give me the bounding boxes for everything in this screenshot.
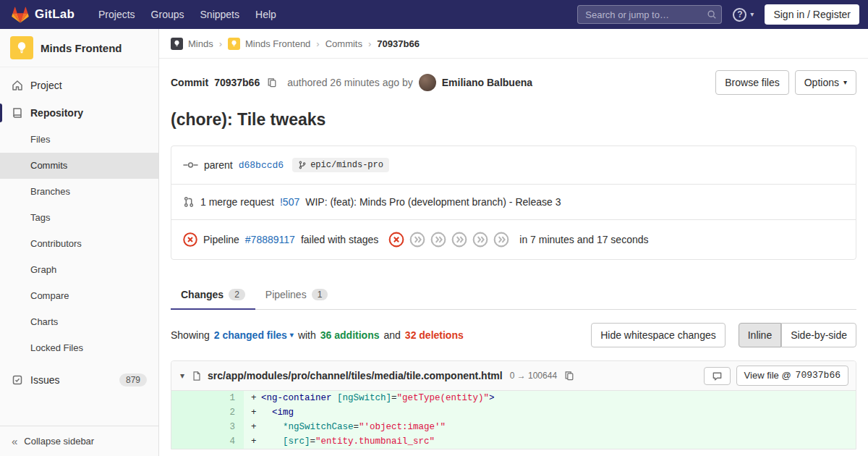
tanuki-icon [12,7,29,23]
mr-count-text: 1 merge request [200,196,274,208]
pipeline-stage-failed-icon[interactable] [388,232,404,248]
search-box[interactable] [577,5,722,24]
sidebar-item-contributors[interactable]: Contributors [0,231,158,257]
diff-old-line-number[interactable] [171,391,208,405]
diff-new-line-number[interactable]: 3 [208,420,244,434]
commit-parent-row: parent d68bccd6 epic/minds-pro [171,146,856,185]
search-input[interactable] [577,5,722,24]
sidebar-item-project[interactable]: Project [0,72,158,99]
diff-sign: + [251,391,261,405]
nav-item-snippets[interactable]: Snippets [192,4,247,25]
view-file-sha: 70937b66 [796,369,841,382]
pipeline-row: Pipeline #78889117 failed with stages [171,220,856,259]
project-context-header[interactable]: Minds Frontend [0,29,158,67]
sidebar-item-label: Repository [30,107,83,119]
code-segment: "entity.thumbnail_src" [315,436,435,447]
view-file-button[interactable]: View file @ 70937b66 [736,366,848,386]
diff-line: 4 + [src]="entity.thumbnail_src" [171,434,856,449]
hide-whitespace-button[interactable]: Hide whitespace changes [591,323,726,347]
code-segment: "getType(entity)" [397,393,490,403]
diff-old-line-number[interactable] [171,405,208,420]
nav-item-projects[interactable]: Projects [90,4,143,25]
sidebar-item-tags[interactable]: Tags [0,205,158,231]
sidebar-item-locked-files[interactable]: Locked Files [0,335,158,361]
parent-sha-link[interactable]: d68bccd6 [239,160,284,171]
diff-table: 1 +<ng-container [ngSwitch]="getType(ent… [171,391,856,449]
question-icon: ? [733,8,746,22]
diff-line: 2 + <img [171,405,856,420]
pipeline-id-link[interactable]: #78889117 [245,234,295,245]
search-icon[interactable] [707,9,717,20]
breadcrumb-separator: › [367,38,372,49]
pipeline-stage-skipped-icon[interactable] [430,232,446,248]
options-dropdown-button[interactable]: Options ▾ [795,70,856,95]
file-diff: ▾ src/app/modules/pro/channel/tiles/medi… [171,360,856,449]
pipeline-stage-skipped-icon[interactable] [409,232,425,248]
pipeline-stage-skipped-icon[interactable] [472,232,488,248]
merge-request-icon [183,196,195,208]
changed-files-dropdown[interactable]: 2 changed files ▾ [214,329,294,341]
sidebar-item-graph[interactable]: Graph [0,257,158,283]
home-icon [12,80,23,91]
project-avatar [10,36,33,59]
sidebar-item-issues[interactable]: Issues 879 [0,366,158,394]
sidebar-item-commits[interactable]: Commits [0,153,158,179]
pipeline-stage-skipped-icon[interactable] [493,232,509,248]
file-icon [192,371,202,381]
file-path-link[interactable]: src/app/modules/pro/channel/tiles/media/… [208,370,503,381]
sidebar-item-repository[interactable]: Repository [0,99,158,127]
pipeline-label: Pipeline [203,234,239,245]
commit-tabs: Changes 2 Pipelines 1 [171,280,856,310]
collapse-sidebar-button[interactable]: « Collapse sidebar [0,426,158,456]
tab-pipelines[interactable]: Pipelines 1 [255,280,339,309]
diff-old-line-number[interactable] [171,420,208,434]
diff-new-line-number[interactable]: 2 [208,405,244,420]
changed-files-label: 2 changed files [214,329,287,341]
view-file-label: View file @ [744,369,791,382]
nav-item-groups[interactable]: Groups [143,4,192,25]
sidebar-item-files[interactable]: Files [0,127,158,153]
ref-badge[interactable]: epic/minds-pro [292,158,389,172]
pipeline-failed-status-icon[interactable] [183,232,197,247]
breadcrumb-project-link[interactable]: Minds Frontend [245,38,310,49]
sidebar-item-charts[interactable]: Charts [0,309,158,335]
diff-sign: + [251,420,261,434]
inline-view-button[interactable]: Inline [739,323,781,347]
code-segment: "'object:image'" [359,422,446,432]
commit-label: Commit [171,77,208,88]
author-name[interactable]: Emiliano Balbuena [442,77,532,88]
pipeline-mini-graph [388,232,509,248]
branch-icon [298,161,307,169]
diff-sign: + [251,434,261,449]
diff-code-cell: +<ng-container [ngSwitch]="getType(entit… [244,391,856,405]
diff-new-line-number[interactable]: 1 [208,391,244,405]
gitlab-logo[interactable]: GitLab [12,7,75,23]
parent-label: parent [204,159,233,171]
diff-new-line-number[interactable]: 4 [208,434,244,449]
breadcrumb-group-link[interactable]: Minds [188,38,213,49]
mr-id-link[interactable]: !507 [280,196,299,208]
author-avatar[interactable] [419,74,436,91]
chevron-down-icon: ▾ [843,79,847,86]
code-segment [332,393,338,403]
sidebar-item-branches[interactable]: Branches [0,179,158,205]
side-by-side-view-button[interactable]: Side-by-side [781,323,856,347]
tab-changes[interactable]: Changes 2 [171,280,255,309]
diff-old-line-number[interactable] [171,434,208,449]
sidebar-item-compare[interactable]: Compare [0,283,158,309]
code-segment: <img [272,408,294,418]
copy-commit-sha-button[interactable] [265,76,278,89]
help-dropdown[interactable]: ? ▾ [733,8,754,22]
breadcrumb-commits-link[interactable]: Commits [326,38,362,49]
mr-title: WIP: (feat): Minds Pro (development bran… [305,196,561,208]
pipeline-stage-skipped-icon[interactable] [451,232,467,248]
copy-file-path-button[interactable] [563,369,576,382]
toggle-file-comments-button[interactable] [704,367,731,385]
browse-files-button[interactable]: Browse files [715,70,788,95]
file-collapse-caret[interactable]: ▾ [179,371,186,381]
breadcrumb-separator: › [218,38,223,49]
sign-in-button[interactable]: Sign in / Register [765,4,859,25]
diff-line: 3 + *ngSwitchCase="'object:image'" [171,420,856,434]
diff-view-toggle: Inline Side-by-side [739,323,856,347]
nav-item-help[interactable]: Help [247,4,284,25]
